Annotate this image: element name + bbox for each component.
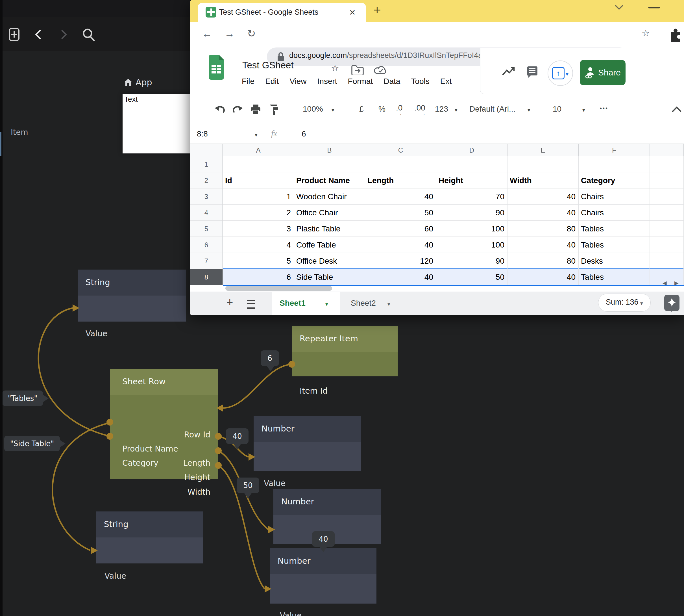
move-folder-icon[interactable] bbox=[351, 65, 364, 75]
cell[interactable] bbox=[436, 156, 507, 172]
port-row-id[interactable]: Row Id bbox=[184, 430, 210, 439]
cell[interactable]: Tables bbox=[579, 237, 650, 253]
cell[interactable]: Desks bbox=[579, 253, 650, 269]
present-caret-icon[interactable]: ▾ bbox=[566, 71, 569, 78]
node-repeater-item[interactable]: Repeater Item Item Id bbox=[292, 326, 397, 376]
column-header-F[interactable]: F bbox=[579, 144, 650, 156]
cell[interactable] bbox=[650, 269, 684, 285]
port-value[interactable]: Value bbox=[280, 611, 302, 616]
cell[interactable] bbox=[579, 156, 650, 172]
cell[interactable]: Product Name bbox=[294, 172, 365, 189]
browser-back-icon[interactable]: ← bbox=[202, 28, 212, 40]
cell[interactable]: Width bbox=[507, 172, 579, 189]
cell[interactable] bbox=[650, 204, 684, 221]
component-app[interactable]: App bbox=[124, 78, 152, 87]
cell[interactable]: 90 bbox=[436, 204, 507, 221]
share-button[interactable]: Share bbox=[580, 60, 625, 85]
back-icon[interactable] bbox=[35, 29, 42, 40]
grid-corner[interactable] bbox=[190, 144, 223, 156]
window-expand-icon[interactable] bbox=[613, 4, 625, 11]
collapse-toolbar-icon[interactable] bbox=[671, 106, 682, 112]
paint-format-icon[interactable] bbox=[269, 104, 279, 115]
cell[interactable]: Office Chair bbox=[294, 204, 365, 221]
app-preview[interactable]: Text bbox=[122, 94, 192, 153]
cell[interactable]: 80 bbox=[507, 253, 579, 269]
row-header-8[interactable]: 8 bbox=[190, 269, 223, 285]
cell[interactable]: 40 bbox=[507, 269, 579, 285]
insights-icon[interactable] bbox=[502, 66, 516, 77]
cell[interactable]: Tables bbox=[579, 269, 650, 285]
port-category[interactable]: Category bbox=[122, 458, 158, 468]
cell[interactable]: 3 bbox=[223, 221, 294, 237]
cell[interactable]: 2 bbox=[223, 204, 294, 221]
port-length[interactable]: Length bbox=[183, 458, 210, 468]
cell[interactable]: 40 bbox=[507, 204, 579, 221]
comment-icon[interactable] bbox=[526, 66, 539, 78]
more-formats-caret-icon[interactable]: ▾ bbox=[455, 107, 457, 113]
node-string-bottom[interactable]: String Value bbox=[96, 511, 203, 564]
cell[interactable]: 1 bbox=[223, 189, 294, 204]
cell[interactable] bbox=[650, 237, 684, 253]
formula-input[interactable]: 6 bbox=[302, 129, 306, 138]
more-toolbar-button[interactable]: ••• bbox=[600, 105, 608, 112]
new-tab-button[interactable]: + bbox=[373, 2, 381, 18]
column-header-D[interactable]: D bbox=[436, 144, 507, 156]
cell[interactable] bbox=[650, 156, 684, 172]
cell[interactable]: Id bbox=[223, 172, 294, 189]
cell[interactable] bbox=[507, 156, 579, 172]
menu-insert[interactable]: Insert bbox=[317, 77, 337, 88]
row-header-5[interactable]: 5 bbox=[190, 221, 223, 237]
cell[interactable]: 40 bbox=[507, 237, 579, 253]
add-sheet-button[interactable]: + bbox=[227, 296, 233, 309]
port-value[interactable]: Value bbox=[86, 329, 107, 338]
node-sheet-row[interactable]: Sheet Row Row Id Product Name Category L… bbox=[110, 369, 218, 479]
cell[interactable]: 80 bbox=[507, 221, 579, 237]
zoom-caret-icon[interactable]: ▾ bbox=[332, 107, 334, 113]
cell[interactable]: Wooden Chair bbox=[294, 189, 365, 204]
cell[interactable]: 60 bbox=[365, 221, 436, 237]
sheet1-caret-icon[interactable]: ▾ bbox=[325, 301, 328, 307]
cell[interactable]: 100 bbox=[436, 237, 507, 253]
window-minimize-icon[interactable] bbox=[648, 6, 660, 9]
font-size-caret-icon[interactable]: ▾ bbox=[582, 107, 585, 113]
cell[interactable]: Chairs bbox=[579, 189, 650, 204]
row-header-6[interactable]: 6 bbox=[190, 237, 223, 253]
cell[interactable]: Side Table bbox=[294, 269, 365, 285]
menu-format[interactable]: Format bbox=[348, 77, 373, 88]
explore-button[interactable] bbox=[664, 295, 680, 311]
zoom-select[interactable]: 100% bbox=[303, 105, 323, 114]
bookmark-star-icon[interactable]: ☆ bbox=[642, 28, 650, 39]
cloud-saved-icon[interactable] bbox=[374, 65, 387, 75]
port-height[interactable]: Height bbox=[184, 473, 210, 482]
cell[interactable]: 40 bbox=[365, 269, 436, 285]
cell[interactable]: 5 bbox=[223, 253, 294, 269]
font-select[interactable]: Default (Ari... bbox=[470, 105, 522, 114]
present-button[interactable]: ↑ ▾ bbox=[548, 61, 573, 86]
all-sheets-icon[interactable] bbox=[247, 300, 255, 309]
cell[interactable]: Category bbox=[579, 172, 650, 189]
percent-format-button[interactable]: % bbox=[379, 105, 386, 114]
menu-data[interactable]: Data bbox=[384, 77, 400, 88]
row-header-7[interactable]: 7 bbox=[190, 253, 223, 269]
browser-reload-icon[interactable]: ↻ bbox=[247, 28, 256, 40]
menu-edit[interactable]: Edit bbox=[265, 77, 279, 88]
menu-ext[interactable]: Ext bbox=[440, 77, 452, 88]
column-header-A[interactable]: A bbox=[223, 144, 294, 156]
node-number-length[interactable]: Number Value bbox=[254, 416, 361, 471]
cell[interactable]: 40 bbox=[365, 237, 436, 253]
cell[interactable] bbox=[650, 253, 684, 269]
cell[interactable] bbox=[650, 189, 684, 204]
cell[interactable]: 50 bbox=[365, 204, 436, 221]
redo-icon[interactable] bbox=[232, 105, 244, 114]
document-title[interactable]: Test GSheet bbox=[242, 60, 294, 71]
browser-forward-icon[interactable]: → bbox=[225, 28, 235, 40]
node-string-top[interactable]: String Value bbox=[78, 269, 186, 322]
scroll-right-icon[interactable]: ▶ bbox=[675, 280, 679, 286]
extension-puzzle-icon[interactable] bbox=[668, 27, 682, 42]
name-box-caret-icon[interactable]: ▾ bbox=[255, 132, 257, 138]
port-value[interactable]: Value bbox=[105, 571, 126, 581]
cell[interactable]: 100 bbox=[436, 221, 507, 237]
port-item-id[interactable]: Item Id bbox=[300, 386, 327, 396]
add-node-icon[interactable] bbox=[8, 28, 20, 41]
column-header-B[interactable]: B bbox=[294, 144, 365, 156]
